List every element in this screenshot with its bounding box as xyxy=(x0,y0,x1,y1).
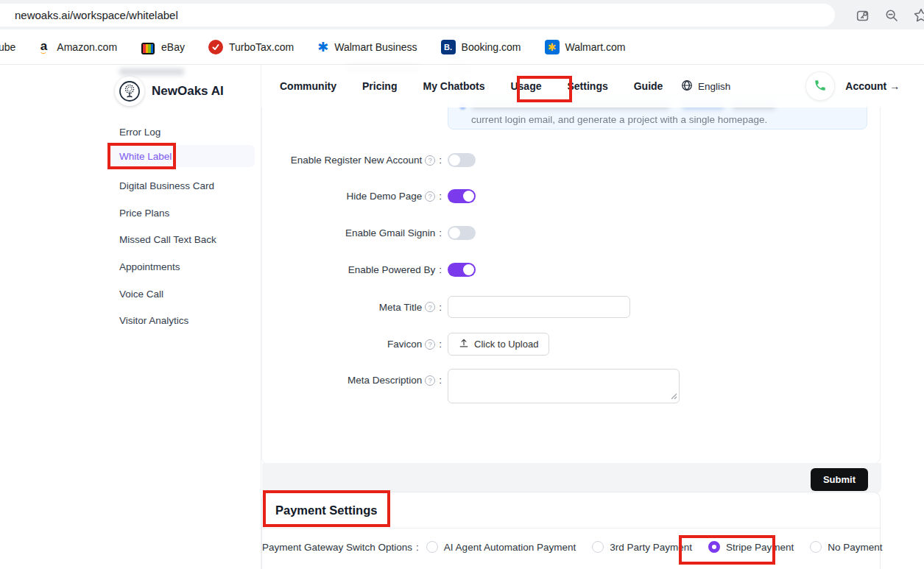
powered-by-toggle[interactable] xyxy=(448,263,476,277)
help-icon[interactable]: ? xyxy=(425,375,435,386)
sidebar-item-price-plans[interactable]: Price Plans xyxy=(103,202,252,224)
bookmarks-bar: ube a Amazon.com eBay TurboTax.com ✱ Wal… xyxy=(0,29,924,65)
bookmark-booking[interactable]: B. Booking.com xyxy=(441,40,521,54)
sidebar-item-white-label[interactable]: White Label xyxy=(107,145,255,167)
bookmark-label: Walmart.com xyxy=(565,41,626,53)
field-label-text: Meta Title xyxy=(379,302,423,313)
sidebar: NewOaks AI Error Log White Label Digital… xyxy=(103,65,261,569)
newoaks-logo-icon xyxy=(115,77,144,106)
field-label-text: Meta Description xyxy=(348,375,422,386)
field-label: Favicon ? xyxy=(261,339,442,350)
bookmark-label: Walmart Business xyxy=(334,41,417,53)
form-row-favicon: Favicon ? Click to Upload xyxy=(261,333,881,356)
help-icon[interactable]: ? xyxy=(425,339,435,350)
help-icon[interactable]: ? xyxy=(425,155,435,166)
submit-button[interactable]: Submit xyxy=(811,468,868,491)
sidebar-item-error-log[interactable]: Error Log xyxy=(103,121,252,143)
zoom-out-icon[interactable] xyxy=(884,7,900,24)
form-row-powered-by: Enable Powered By xyxy=(261,263,881,277)
sidebar-item-digital-business-card[interactable]: Digital Business Card xyxy=(103,174,252,197)
nav-item-pricing[interactable]: Pricing xyxy=(362,80,397,92)
sidebar-item-voice-call[interactable]: Voice Call xyxy=(103,283,252,305)
booking-icon: B. xyxy=(441,40,456,54)
favorite-star-icon[interactable] xyxy=(912,7,924,24)
globe-icon xyxy=(681,79,693,93)
field-label: Meta Title ? xyxy=(261,302,442,313)
radio-3rd-party-payment[interactable]: 3rd Party Payment xyxy=(592,541,692,553)
bookmark-label: Amazon.com xyxy=(57,41,117,53)
hide-demo-toggle[interactable] xyxy=(448,189,476,203)
brand-name: NewOaks AI xyxy=(152,84,224,99)
field-label-text: Favicon xyxy=(387,339,422,350)
white-label-form-card: Submit xyxy=(261,94,881,464)
field-label: Enable Powered By xyxy=(261,264,442,275)
bookmark-walmart-business[interactable]: ✱ Walmart Business xyxy=(317,40,417,54)
bookmark-amazon[interactable]: a Amazon.com xyxy=(36,40,117,54)
field-label: Enable Register New Account ? xyxy=(261,155,442,166)
field-label: Hide Demo Page ? xyxy=(261,191,442,202)
account-avatar[interactable] xyxy=(806,72,834,100)
field-label-text: Enable Register New Account xyxy=(291,155,423,166)
upload-icon xyxy=(459,338,469,350)
sidebar-item-appointments[interactable]: Appointments xyxy=(103,255,252,278)
walmart-icon: ✱ xyxy=(545,40,560,54)
ebay-icon xyxy=(141,40,155,54)
address-bar[interactable]: newoaks.ai/workspace/whitelabel xyxy=(0,4,835,26)
nav-item-community[interactable]: Community xyxy=(280,80,336,92)
account-link[interactable]: Account → xyxy=(845,80,900,92)
help-icon[interactable]: ? xyxy=(425,191,435,202)
browser-toolbar: newoaks.ai/workspace/whitelabel xyxy=(0,0,924,29)
radio-circle[interactable] xyxy=(426,541,438,553)
radio-ai-agent-automation-payment[interactable]: AI Agent Automation Payment xyxy=(426,541,576,553)
field-label-text: Enable Gmail Signin xyxy=(345,227,435,238)
field-label-text: Enable Powered By xyxy=(348,264,436,275)
radio-circle-checked[interactable] xyxy=(708,541,720,553)
form-row-meta-description: Meta Description ? xyxy=(261,369,881,403)
password-key-icon[interactable] xyxy=(855,7,871,24)
field-label: Enable Gmail Signin xyxy=(261,227,442,238)
field-label-text: Hide Demo Page xyxy=(346,191,422,202)
resize-handle-icon[interactable] xyxy=(671,393,677,400)
bookmark-partial[interactable]: ube xyxy=(0,41,15,53)
nav-item-my-chatbots[interactable]: My Chatbots xyxy=(423,80,484,92)
bookmark-ebay[interactable]: eBay xyxy=(141,40,185,54)
help-icon[interactable]: ? xyxy=(425,302,435,312)
top-nav: Community Pricing My Chatbots Usage Sett… xyxy=(261,65,881,107)
radio-label: Stripe Payment xyxy=(726,542,794,553)
app-page: NewOaks AI Error Log White Label Digital… xyxy=(0,65,924,569)
nav-item-guide[interactable]: Guide xyxy=(634,80,663,92)
upload-button-label: Click to Upload xyxy=(474,339,538,350)
radio-circle[interactable] xyxy=(810,541,822,553)
bookmark-label: eBay xyxy=(161,41,185,53)
form-row-hide-demo: Hide Demo Page ? xyxy=(261,189,881,203)
favicon-upload-button[interactable]: Click to Upload xyxy=(448,333,549,356)
nav-item-settings[interactable]: Settings xyxy=(568,80,608,92)
meta-title-input[interactable] xyxy=(448,296,630,318)
bookmark-turbotax[interactable]: TurboTax.com xyxy=(208,40,294,54)
turbotax-icon xyxy=(208,40,223,54)
address-url[interactable]: newoaks.ai/workspace/whitelabel xyxy=(15,9,178,21)
phone-icon xyxy=(814,79,827,94)
payment-radio-group: AI Agent Automation Payment 3rd Party Pa… xyxy=(426,541,883,553)
payment-settings-header: Payment Settings xyxy=(262,492,880,529)
main-content: current login email, and generate a proj… xyxy=(261,65,881,569)
enable-register-toggle[interactable] xyxy=(448,153,476,167)
banner-text: current login email, and generate a proj… xyxy=(471,114,767,125)
walmart-spark-icon: ✱ xyxy=(317,40,328,54)
bookmark-walmart[interactable]: ✱ Walmart.com xyxy=(545,40,626,54)
sidebar-item-missed-call-text-back[interactable]: Missed Call Text Back xyxy=(103,228,252,250)
radio-stripe-payment[interactable]: Stripe Payment xyxy=(708,541,794,553)
meta-description-textarea[interactable] xyxy=(448,369,680,403)
radio-label: 3rd Party Payment xyxy=(610,542,692,553)
payment-settings-title: Payment Settings xyxy=(275,503,377,517)
radio-circle[interactable] xyxy=(592,541,604,553)
nav-item-usage[interactable]: Usage xyxy=(510,80,541,92)
brand: NewOaks AI xyxy=(115,77,224,106)
bookmark-label: Booking.com xyxy=(462,41,521,53)
language-selector[interactable]: English xyxy=(698,81,730,92)
form-row-enable-register: Enable Register New Account ? xyxy=(261,153,881,167)
radio-no-payment[interactable]: No Payment xyxy=(810,541,882,553)
sidebar-item-visitor-analytics[interactable]: Visitor Analytics xyxy=(103,309,252,331)
payment-gateway-row: Payment Gateway Switch Options AI Agent … xyxy=(262,541,881,553)
gmail-signin-toggle[interactable] xyxy=(448,226,476,240)
